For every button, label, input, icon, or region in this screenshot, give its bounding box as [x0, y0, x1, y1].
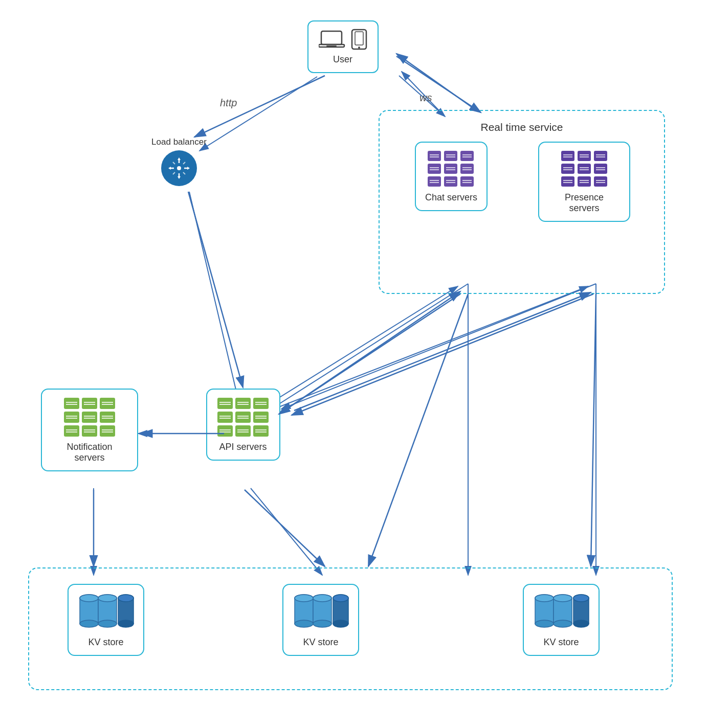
svg-point-154	[118, 595, 134, 602]
diagram-container: http ws User Load balan	[0, 0, 708, 728]
svg-point-30	[177, 166, 181, 170]
svg-line-183	[188, 192, 243, 388]
user-label: User	[333, 54, 352, 65]
svg-rect-92	[217, 412, 233, 423]
svg-line-180	[194, 76, 325, 137]
api-servers-node: API servers	[194, 389, 292, 461]
svg-rect-123	[82, 425, 97, 437]
svg-line-184	[279, 294, 460, 414]
kv-store-3-box: KV store	[523, 584, 600, 656]
kv-store-2-box: KV store	[282, 584, 359, 656]
presence-servers-label: Presence servers	[548, 192, 620, 214]
svg-line-192	[591, 294, 596, 566]
svg-line-191	[368, 294, 468, 566]
svg-rect-121	[100, 412, 115, 423]
svg-rect-63	[578, 151, 591, 161]
svg-line-186	[286, 291, 460, 409]
laptop-icon	[319, 29, 347, 50]
svg-rect-15	[321, 31, 342, 44]
svg-rect-65	[561, 164, 574, 174]
presence-server-icon	[560, 150, 609, 188]
svg-rect-37	[460, 151, 474, 161]
user-icons	[319, 29, 367, 50]
svg-point-174	[554, 595, 572, 602]
api-server-icon	[216, 397, 270, 438]
svg-rect-120	[82, 412, 97, 423]
kv-store-3-icon	[533, 592, 589, 633]
real-time-service-container: Real time service	[379, 110, 665, 294]
svg-line-185	[292, 294, 593, 415]
svg-point-157	[295, 620, 313, 627]
svg-line-8	[281, 284, 596, 409]
user-box: User	[307, 20, 379, 73]
svg-rect-67	[594, 164, 607, 174]
svg-point-149	[98, 620, 117, 627]
svg-rect-89	[217, 398, 233, 409]
kv-store-1-box: KV store	[68, 584, 144, 656]
svg-line-187	[294, 292, 591, 411]
svg-line-182	[396, 54, 476, 110]
kv-store-3-node: KV store	[520, 584, 602, 656]
svg-point-178	[573, 595, 589, 602]
lb-svg	[168, 157, 190, 179]
kv-store-3-label: KV store	[543, 637, 579, 648]
svg-line-10	[274, 286, 588, 409]
svg-rect-36	[444, 151, 457, 161]
svg-rect-43	[460, 176, 474, 187]
chat-server-icon	[427, 150, 475, 188]
ws-label: ws	[419, 92, 432, 104]
svg-rect-20	[355, 32, 363, 45]
rts-title: Real time service	[480, 121, 563, 133]
svg-rect-35	[428, 151, 441, 161]
svg-rect-117	[82, 398, 97, 409]
svg-line-7	[271, 284, 468, 409]
svg-rect-93	[235, 412, 251, 423]
svg-rect-39	[444, 164, 457, 174]
svg-point-162	[313, 595, 331, 602]
svg-rect-95	[217, 425, 233, 437]
svg-rect-97	[253, 425, 269, 437]
chat-servers-node: Chat servers	[408, 142, 495, 211]
svg-rect-119	[64, 412, 79, 423]
svg-rect-91	[253, 398, 269, 409]
notification-servers-box: Notification servers	[41, 389, 138, 471]
tablet-icon	[351, 29, 367, 50]
svg-point-169	[535, 620, 554, 627]
svg-rect-124	[100, 425, 115, 437]
svg-point-170	[535, 595, 554, 602]
lb-icon	[161, 150, 197, 186]
svg-line-4	[402, 72, 440, 111]
svg-point-161	[313, 620, 331, 627]
chat-servers-box: Chat servers	[415, 142, 488, 211]
svg-rect-62	[561, 151, 574, 161]
kv-store-1-icon	[78, 592, 134, 633]
svg-point-150	[98, 595, 117, 602]
svg-rect-41	[428, 176, 441, 187]
svg-rect-66	[578, 164, 591, 174]
svg-point-177	[573, 620, 589, 627]
kv-store-2-node: KV store	[280, 584, 362, 656]
chat-servers-label: Chat servers	[425, 192, 477, 203]
presence-servers-node: Presence servers	[538, 142, 630, 222]
kv-store-1-label: KV store	[88, 637, 123, 648]
svg-line-181	[396, 56, 481, 112]
svg-line-5	[189, 192, 240, 409]
api-servers-label: API servers	[219, 442, 267, 452]
svg-rect-69	[578, 176, 591, 187]
svg-rect-70	[594, 176, 607, 187]
lb-text-label: Load balancer	[151, 137, 207, 147]
user-node: User	[286, 20, 399, 73]
svg-point-165	[333, 620, 348, 627]
kv-store-2-icon	[293, 592, 349, 633]
svg-rect-18	[352, 30, 366, 49]
svg-rect-40	[460, 164, 474, 174]
svg-rect-118	[100, 398, 115, 409]
svg-point-145	[80, 620, 98, 627]
notification-servers-node: Notification servers	[41, 389, 138, 471]
kv-store-container: KV store K	[28, 567, 673, 690]
svg-rect-17	[326, 46, 337, 47]
svg-point-153	[118, 620, 134, 627]
svg-rect-122	[64, 425, 79, 437]
svg-line-12	[251, 488, 322, 575]
svg-rect-116	[64, 398, 79, 409]
